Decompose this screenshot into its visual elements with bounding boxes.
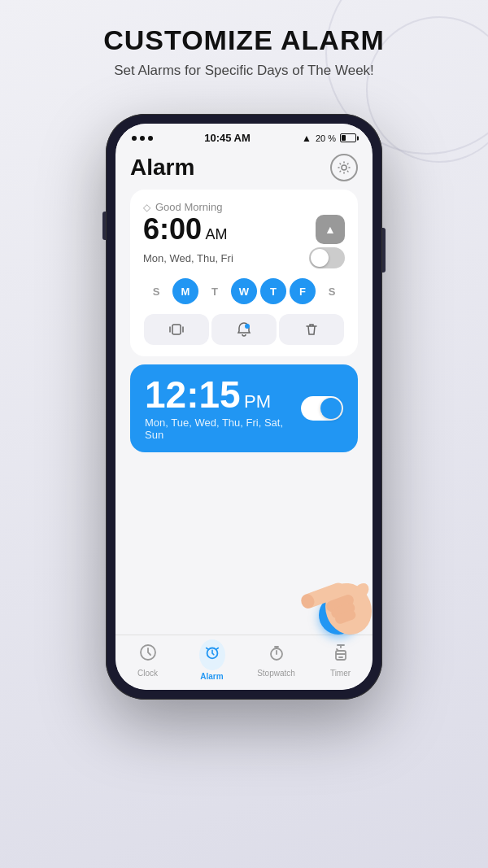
phone-mockup: 10:45 AM ▲ 20 % Alarm xyxy=(106,114,382,700)
stopwatch-icon xyxy=(267,643,286,667)
alarm-days-text: Mon, Wed, Thu, Fri xyxy=(143,252,233,264)
bottom-nav: Clock Alarm xyxy=(115,635,373,690)
day-btn-t2[interactable]: T xyxy=(260,278,286,304)
nav-label-stopwatch: Stopwatch xyxy=(257,669,295,678)
status-time: 10:45 AM xyxy=(204,132,251,144)
alarm-ampm: AM xyxy=(206,226,228,242)
toggle-on-white-knob xyxy=(320,398,342,419)
days-row: S M T W T F S xyxy=(143,278,345,304)
status-bar: 10:45 AM ▲ 20 % xyxy=(115,124,373,147)
alarm-days-blue: Mon, Tue, Wed, Thu, Fri, Sat, Sun xyxy=(145,417,301,441)
toggle-knob-1 xyxy=(311,249,329,267)
alarm-time: 6:00 xyxy=(143,212,202,246)
add-alarm-button[interactable]: + xyxy=(319,595,358,635)
day-btn-m[interactable]: M xyxy=(172,278,198,304)
battery-fill xyxy=(342,135,346,141)
nav-item-alarm[interactable]: Alarm xyxy=(180,639,244,681)
alarm-label-icon: ◇ xyxy=(143,202,150,213)
day-btn-f[interactable]: F xyxy=(290,278,316,304)
alarm-time-display: 6:00 AM xyxy=(143,215,228,244)
delete-button[interactable] xyxy=(279,314,344,345)
day-btn-s1[interactable]: S xyxy=(143,278,169,304)
header-section: CUSTOMIZE ALARM Set Alarms for Specific … xyxy=(0,0,488,93)
alarm-ampm-blue: PM xyxy=(244,391,271,412)
dot-2 xyxy=(140,136,145,141)
alarm-title: Alarm xyxy=(130,155,194,181)
vibrate-button[interactable] xyxy=(144,314,209,345)
fab-icon: + xyxy=(332,603,344,628)
nav-label-alarm: Alarm xyxy=(200,672,223,681)
page-subtitle: Set Alarms for Specific Days of The Week… xyxy=(0,61,488,81)
phone-screen: 10:45 AM ▲ 20 % Alarm xyxy=(115,124,373,690)
day-btn-t1[interactable]: T xyxy=(202,278,228,304)
status-dots xyxy=(132,136,153,141)
alarm-time-row: 6:00 AM ▲ xyxy=(143,215,345,244)
alarm-name-row: ◇ Good Morning xyxy=(143,201,345,213)
alarm-icon xyxy=(199,639,225,670)
alarm-2-toggle-wrap[interactable] xyxy=(301,396,343,421)
svg-point-1 xyxy=(245,324,250,329)
alarm-up-button[interactable]: ▲ xyxy=(316,215,345,244)
alarm-card-2[interactable]: 12:15 PM Mon, Tue, Wed, Thu, Fri, Sat, S… xyxy=(130,364,358,452)
dot-3 xyxy=(148,136,153,141)
alarm-header: Alarm xyxy=(130,147,358,190)
alarm-days-row: Mon, Wed, Thu, Fri xyxy=(143,247,345,268)
nav-item-clock[interactable]: Clock xyxy=(115,643,180,678)
alarm-1-toggle[interactable] xyxy=(309,247,345,268)
nav-item-stopwatch[interactable]: Stopwatch xyxy=(244,643,308,678)
svg-rect-5 xyxy=(336,651,346,660)
timer-icon xyxy=(331,643,351,667)
wifi-icon: ▲ xyxy=(302,133,312,144)
bell-button[interactable] xyxy=(211,314,277,345)
battery-icon xyxy=(340,133,356,142)
clock-icon xyxy=(138,643,158,667)
status-icons: ▲ 20 % xyxy=(302,133,356,144)
action-row xyxy=(143,314,345,345)
nav-item-timer[interactable]: Timer xyxy=(308,643,373,678)
nav-label-timer: Timer xyxy=(330,669,351,678)
day-btn-s2[interactable]: S xyxy=(319,278,345,304)
page-title: CUSTOMIZE ALARM xyxy=(0,24,488,56)
alarm-name: Good Morning xyxy=(155,201,222,213)
day-btn-w[interactable]: W xyxy=(231,278,257,304)
nav-label-clock: Clock xyxy=(137,669,158,678)
alarm-card-blue-left: 12:15 PM Mon, Tue, Wed, Thu, Fri, Sat, S… xyxy=(145,376,301,441)
alarm-time-blue: 12:15 xyxy=(145,373,241,416)
alarm-time-blue-row: 12:15 PM xyxy=(145,376,301,413)
alarm-2-toggle[interactable] xyxy=(301,396,343,421)
battery-pct: 20 % xyxy=(316,133,336,143)
phone-outer: 10:45 AM ▲ 20 % Alarm xyxy=(106,114,382,700)
dot-1 xyxy=(132,136,137,141)
svg-rect-0 xyxy=(172,325,181,334)
alarm-card-1[interactable]: ◇ Good Morning 6:00 AM ▲ Mon, Wed, Thu, … xyxy=(130,190,358,356)
settings-icon[interactable] xyxy=(330,154,358,181)
